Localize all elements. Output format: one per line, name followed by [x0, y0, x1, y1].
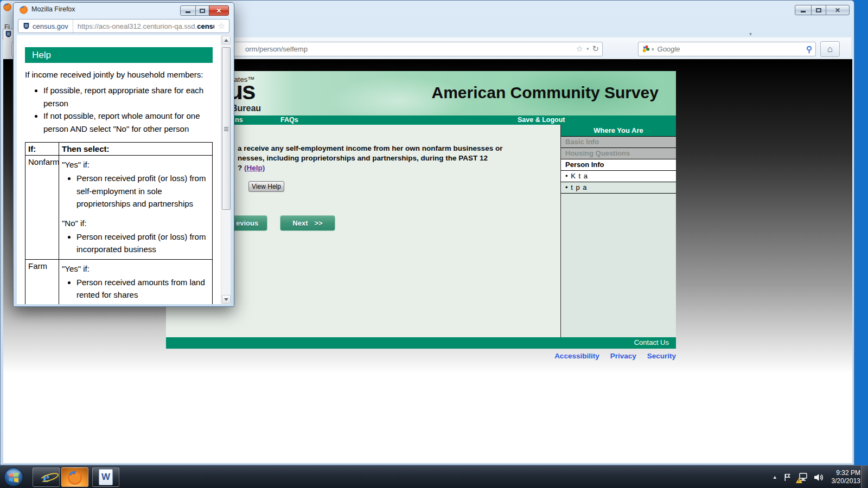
- help-bullet-list: If possible, report appropriate share fo…: [17, 84, 212, 135]
- firefox-icon: [3, 2, 12, 11]
- search-box[interactable]: ▾ ⚲: [638, 42, 816, 56]
- taskbar-clock[interactable]: 9:32 PM 3/20/2013: [829, 469, 860, 485]
- firefox-icon: [67, 469, 83, 485]
- help-table: If: Then select: Nonfarm "Yes" if: Perso…: [25, 142, 213, 304]
- toolbar-overflow-icon[interactable]: ▾: [749, 31, 752, 37]
- acs-header-banner: tates™ us Bureau American Community Surv…: [166, 71, 676, 115]
- condition-item: Person received amounts from land rented…: [76, 276, 211, 301]
- census-shield-icon: [23, 22, 30, 30]
- sidebar-item-person-1: • K t a: [561, 171, 676, 182]
- taskbar-ie-button[interactable]: e: [33, 467, 60, 487]
- start-button[interactable]: [3, 467, 24, 487]
- header-if: If:: [25, 143, 59, 156]
- search-magnifier-icon[interactable]: ⚲: [806, 44, 812, 54]
- accessibility-link[interactable]: Accessibility: [554, 352, 599, 360]
- scroll-down-button[interactable]: [222, 295, 231, 304]
- taskbar-word-button[interactable]: W: [92, 467, 119, 487]
- condition-item: Person received profit (or loss) from in…: [76, 230, 211, 256]
- help-popup-window: Mozilla Firefox ✕ census.gov https://acs…: [13, 2, 234, 307]
- table-row: Nonfarm "Yes" if: Person received profit…: [25, 156, 213, 260]
- popup-close-button[interactable]: ✕: [209, 5, 229, 16]
- sidebar-item-person-2: • t p a: [561, 182, 676, 194]
- hidden-icons-arrow[interactable]: ▲: [773, 474, 777, 480]
- security-link[interactable]: Security: [647, 352, 676, 360]
- maximize-button[interactable]: [811, 5, 826, 15]
- view-help-button[interactable]: View Help: [248, 181, 284, 192]
- yes-condition-label: "Yes" if:: [62, 262, 211, 275]
- taskbar-firefox-button[interactable]: [61, 467, 88, 487]
- bookmark-star-icon[interactable]: ☆: [214, 21, 229, 31]
- popup-titlebar[interactable]: Mozilla Firefox ✕: [14, 3, 234, 17]
- help-intro-text: If income received jointly by household …: [25, 70, 231, 79]
- popup-scrollbar[interactable]: [221, 35, 231, 304]
- help-header-bar: Help: [25, 47, 213, 63]
- system-tray: ▲ 9:32 PM 3/20/2013: [773, 466, 860, 488]
- condition-item: Person received profit (or loss) from: [76, 301, 211, 305]
- sidebar-header: Where You Are: [561, 125, 676, 137]
- volume-icon[interactable]: [814, 473, 824, 482]
- sidebar-item-housing-questions: Housing Questions: [561, 148, 676, 159]
- privacy-link[interactable]: Privacy: [610, 352, 636, 360]
- popup-url-text: https://acs-oneal312.centurion-qa.ssd.ce…: [73, 22, 214, 30]
- word-icon: W: [99, 469, 113, 485]
- url-dropdown-icon[interactable]: ▾: [586, 46, 589, 52]
- firefox-icon: [19, 5, 28, 14]
- condition-item: Person received profit (or loss) from se…: [76, 172, 211, 210]
- page-title: American Community Survey: [432, 84, 659, 102]
- sidebar-item-basic-info: Basic Info: [561, 137, 676, 148]
- scroll-up-button[interactable]: [222, 36, 231, 44]
- site-identity-chip[interactable]: census.gov: [18, 20, 73, 33]
- question-line-3: ? (Help): [238, 164, 265, 172]
- tray-time: 9:32 PM: [832, 469, 860, 477]
- search-engine-dropdown-icon[interactable]: ▾: [652, 47, 654, 52]
- where-you-are-sidebar: Where You Are Basic Info Housing Questio…: [560, 125, 676, 337]
- no-condition-list: Person received profit (or loss) from in…: [62, 230, 211, 256]
- question-line-2: nesses, including proprietorships and pa…: [238, 154, 488, 162]
- contact-us-bar: Contact Us: [166, 337, 676, 349]
- footer-links: Accessibility Privacy Security: [393, 352, 676, 360]
- question-line-1: a receive any self-employment income fro…: [238, 144, 502, 152]
- help-link[interactable]: (Help): [244, 164, 265, 172]
- next-button[interactable]: Next>>: [280, 215, 335, 231]
- home-button[interactable]: ⌂: [820, 41, 840, 57]
- popup-maximize-button[interactable]: [195, 5, 209, 16]
- help-header: Help: [25, 50, 51, 60]
- no-condition-label: "No" if:: [62, 217, 211, 229]
- popup-minimize-button[interactable]: [180, 5, 196, 16]
- bookmark-star-icon[interactable]: ☆: [576, 44, 583, 54]
- close-button[interactable]: ✕: [826, 5, 850, 15]
- network-warning-icon: [796, 478, 802, 483]
- row-label: Farm: [25, 259, 59, 304]
- contact-us-link[interactable]: Contact Us: [634, 338, 669, 346]
- popup-content: Help If income received jointly by house…: [17, 35, 231, 304]
- header-then-select: Then select:: [59, 143, 213, 156]
- reload-icon[interactable]: ↻: [592, 44, 599, 54]
- network-icon[interactable]: [797, 472, 808, 482]
- google-icon: [642, 45, 650, 53]
- tray-date: 3/20/2013: [832, 477, 860, 485]
- popup-url-bar[interactable]: census.gov https://acs-oneal312.centurio…: [18, 19, 229, 33]
- nav-item-save-logout[interactable]: Save & Logout: [518, 116, 565, 124]
- show-desktop-button[interactable]: [861, 466, 868, 488]
- site-identity-label: census.gov: [33, 22, 68, 30]
- page-nav-bar: ns FAQs Save & Logout: [166, 115, 676, 125]
- minimize-button[interactable]: [795, 5, 812, 15]
- nav-item-fragment[interactable]: ns: [235, 116, 243, 124]
- action-center-flag-icon[interactable]: [783, 473, 792, 482]
- help-bullet: If possible, report appropriate share fo…: [43, 84, 212, 110]
- nav-item-faqs[interactable]: FAQs: [280, 116, 298, 124]
- table-row: Farm "Yes" if: Person received amounts f…: [25, 259, 213, 304]
- yes-condition-label: "Yes" if:: [62, 158, 211, 171]
- census-shield-icon: [5, 30, 12, 38]
- sidebar-item-person-info: Person Info: [561, 159, 676, 171]
- help-bullet: If not possible, report whole amount for…: [43, 110, 212, 135]
- census-logo-fragment-bottom: Bureau: [231, 104, 261, 113]
- table-header-row: If: Then select:: [25, 143, 213, 156]
- search-input[interactable]: [658, 45, 806, 53]
- main-window-controls: ✕: [795, 5, 850, 15]
- popup-window-controls: ✕: [181, 5, 229, 16]
- scrollbar-thumb[interactable]: [222, 47, 231, 210]
- yes-condition-list: Person received profit (or loss) from se…: [62, 172, 211, 210]
- yes-condition-list: Person received amounts from land rented…: [62, 276, 211, 305]
- url-text-fragment: orm/person/selfemp: [245, 45, 308, 53]
